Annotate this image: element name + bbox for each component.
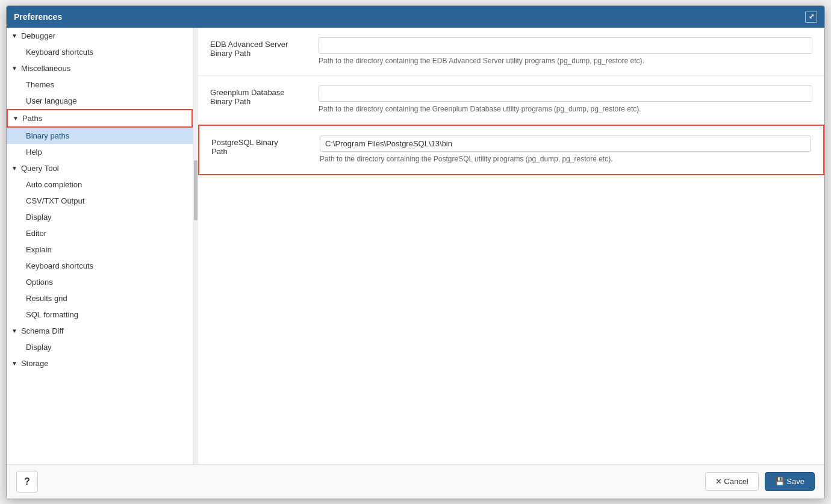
sidebar-item-qt-options[interactable]: Options [7,274,193,290]
sidebar-item-label: Storage [21,359,49,368]
sidebar-item-label: Themes [26,80,54,89]
field-label-edb-binary: EDB Advanced Server Binary Path [210,37,307,58]
sidebar-item-label: Schema Diff [21,326,64,335]
main-content: EDB Advanced Server Binary PathPath to t… [198,28,824,464]
sidebar-item-label: Explain [26,245,52,254]
sidebar-item-qt-csvtxt[interactable]: CSV/TXT Output [7,193,193,209]
footer-buttons: ✕ Cancel 💾 Save [705,472,815,491]
sidebar: ▼DebuggerKeyboard shortcuts▼Miscellaneou… [7,28,193,464]
cancel-button[interactable]: ✕ Cancel [705,472,759,491]
chevron-icon: ▼ [11,360,17,367]
field-row-greenplum-binary: Greenplum Database Binary PathPath to th… [198,76,824,125]
field-label-postgresql-binary: PostgreSQL Binary Path [211,135,308,156]
footer: ? ✕ Cancel 💾 Save [7,464,824,499]
field-input-greenplum-binary[interactable] [319,86,812,102]
chevron-icon: ▼ [11,33,17,39]
sidebar-item-paths-help[interactable]: Help [7,144,193,160]
sidebar-item-label: Query Tool [21,164,59,173]
sidebar-item-qt-explain[interactable]: Explain [7,241,193,258]
sidebar-item-label: Miscellaneous [21,64,70,73]
sidebar-item-qt-sqlformat[interactable]: SQL formatting [7,306,193,323]
field-row-edb-binary: EDB Advanced Server Binary PathPath to t… [198,28,824,76]
field-content-edb-binary: Path to the directory containing the EDB… [319,37,812,66]
preferences-dialog: Preferences ⤢ ▼DebuggerKeyboard shortcut… [6,5,825,499]
expand-button[interactable]: ⤢ [805,11,817,23]
sidebar-item-qt-editor[interactable]: Editor [7,225,193,241]
sidebar-item-qt-autocompletion[interactable]: Auto completion [7,176,193,193]
sidebar-item-label: Results grid [26,294,67,303]
sidebar-item-debugger-keyboard[interactable]: Keyboard shortcuts [7,44,193,60]
sidebar-item-paths-group[interactable]: ▼Paths [7,109,193,128]
sidebar-item-label: Debugger [21,31,55,40]
sidebar-item-label: Options [26,278,53,287]
sidebar-item-label: Keyboard shortcuts [26,48,93,57]
chevron-icon: ▼ [11,65,17,72]
save-button[interactable]: 💾 Save [765,472,815,491]
sidebar-scroll-thumb[interactable] [194,160,198,220]
sidebar-scrollbar[interactable] [193,28,198,464]
sidebar-item-label: User language [26,96,77,105]
help-button[interactable]: ? [16,471,38,493]
sidebar-item-paths-binary[interactable]: Binary paths [7,128,193,144]
chevron-icon: ▼ [11,328,17,334]
sidebar-item-qt-keyboard[interactable]: Keyboard shortcuts [7,258,193,274]
field-label-greenplum-binary: Greenplum Database Binary Path [210,86,307,106]
field-row-postgresql-binary: PostgreSQL Binary PathPath to the direct… [198,125,824,175]
field-content-greenplum-binary: Path to the directory containing the Gre… [319,86,812,114]
sidebar-item-label: Display [26,213,52,222]
sidebar-item-label: Help [26,148,42,157]
dialog-title: Preferences [14,12,62,22]
sidebar-item-qt-results[interactable]: Results grid [7,290,193,306]
sidebar-item-misc-user-language[interactable]: User language [7,93,193,109]
field-content-postgresql-binary: Path to the directory containing the Pos… [320,135,811,164]
sidebar-item-label: Binary paths [26,131,69,140]
content-area: ▼DebuggerKeyboard shortcuts▼Miscellaneou… [7,28,824,464]
sidebar-wrapper: ▼DebuggerKeyboard shortcuts▼Miscellaneou… [7,28,198,464]
field-input-edb-binary[interactable] [319,37,812,54]
sidebar-item-label: Auto completion [26,180,82,189]
sidebar-item-label: Paths [22,114,42,123]
chevron-icon: ▼ [11,165,17,172]
sidebar-item-schemadiff-group[interactable]: ▼Schema Diff [7,323,193,339]
sidebar-item-label: Keyboard shortcuts [26,261,93,270]
sidebar-item-querytool-group[interactable]: ▼Query Tool [7,160,193,176]
sidebar-item-label: Editor [26,229,46,238]
sidebar-item-label: CSV/TXT Output [26,196,84,205]
field-input-postgresql-binary[interactable] [320,135,811,152]
sidebar-item-misc-themes[interactable]: Themes [7,76,193,93]
sidebar-item-qt-display[interactable]: Display [7,209,193,225]
sidebar-item-label: SQL formatting [26,310,78,319]
sidebar-item-debugger-group[interactable]: ▼Debugger [7,28,193,44]
sidebar-item-storage-group[interactable]: ▼Storage [7,355,193,372]
field-description-edb-binary: Path to the directory containing the EDB… [319,56,812,66]
sidebar-item-label: Display [26,343,52,352]
field-description-greenplum-binary: Path to the directory containing the Gre… [319,104,812,114]
title-bar: Preferences ⤢ [7,6,824,28]
sidebar-item-sd-display[interactable]: Display [7,339,193,355]
chevron-icon: ▼ [13,115,19,122]
field-description-postgresql-binary: Path to the directory containing the Pos… [320,154,811,164]
sidebar-item-miscellaneous-group[interactable]: ▼Miscellaneous [7,60,193,76]
